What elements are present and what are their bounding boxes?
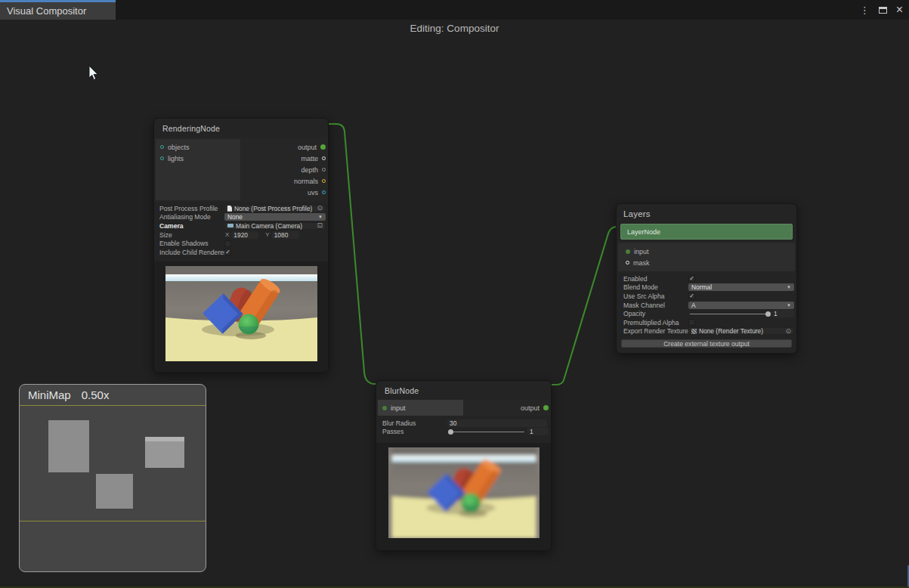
property-label: Camera [158, 222, 224, 230]
property-row-blend-mode: Blend Mode Normal ▼ [622, 283, 794, 292]
blur-radius-input[interactable]: 30 [447, 419, 547, 427]
port-uvs[interactable]: uvs [240, 187, 328, 198]
minimap-viewport[interactable] [20, 406, 206, 521]
opacity-slider[interactable] [688, 311, 771, 317]
port-label: depth [301, 166, 318, 174]
property-row-passes: Passes 1 [381, 428, 549, 437]
minimap-node-blur[interactable] [96, 474, 133, 509]
edge-blur-to-layers[interactable] [546, 227, 624, 385]
maximize-glyph [879, 7, 887, 14]
port-circle-icon [160, 145, 164, 149]
close-icon[interactable]: × [896, 4, 903, 16]
export-render-texture-field[interactable]: None (Render Texture) ⊙ [688, 327, 794, 335]
object-picker-icon[interactable]: ⊙ [785, 328, 791, 335]
blur-preview [388, 447, 540, 538]
layer-item-layernode[interactable]: LayerNode [620, 224, 793, 240]
port-input[interactable]: input [378, 400, 463, 416]
port-circle-icon [160, 156, 164, 160]
port-circle-icon [626, 249, 630, 254]
layers-properties: Enabled ✓ Blend Mode Normal ▼ Use Src Al… [617, 271, 796, 337]
enabled-checkbox[interactable]: ✓ [688, 275, 695, 282]
port-circle-icon [322, 156, 326, 160]
editing-label: Editing: Compositor [0, 23, 909, 34]
minimap-node-rendering[interactable] [48, 420, 89, 472]
render-preview [165, 266, 317, 361]
object-picker-icon[interactable]: ⊙ [317, 205, 323, 212]
property-label: Passes [381, 428, 447, 435]
property-row-post-process: Post Process Profile None (Post Process … [158, 204, 326, 213]
port-output[interactable]: output [240, 141, 328, 153]
maximize-icon[interactable] [879, 5, 887, 15]
node-title: BlurNode [385, 386, 419, 395]
tab-visual-compositor[interactable]: Visual Compositor [0, 0, 116, 20]
antialiasing-dropdown[interactable]: None ▼ [224, 213, 326, 221]
field-value: Main Camera (Camera) [236, 222, 302, 230]
port-input[interactable]: input [626, 246, 795, 257]
passes-value-input[interactable]: 1 [527, 428, 549, 435]
opacity-value-input[interactable]: 1 [771, 310, 794, 317]
use-src-alpha-checkbox[interactable]: ✓ [688, 292, 695, 299]
port-output[interactable]: output [463, 400, 551, 416]
node-header[interactable]: Layers [617, 204, 796, 222]
edge-rendering-to-blur[interactable] [326, 124, 379, 384]
include-child-renderers-checkbox[interactable]: ✓ [224, 249, 231, 255]
property-row-antialiasing: Antialiasing Mode None ▼ [158, 213, 326, 222]
property-row-enabled: Enabled ✓ [622, 274, 794, 283]
create-external-texture-output-button[interactable]: Create external texture output [621, 339, 792, 348]
minimap-node-layers[interactable] [145, 437, 184, 468]
mouse-cursor [88, 65, 100, 82]
camera-field[interactable]: Main Camera (Camera) ⊡ [224, 222, 326, 230]
menu-icon[interactable]: ⋮ [860, 5, 870, 15]
scene-sharp [165, 266, 317, 361]
property-row-blur-radius: Blur Radius 30 [381, 419, 549, 428]
field-value: None (Post Process Profile) [234, 205, 312, 212]
property-row-export-render-texture: Export Render Texture None (Render Textu… [622, 327, 794, 336]
node-blur[interactable]: BlurNode input output Blur Radius 30 Pas… [376, 380, 552, 551]
size-x-input[interactable]: 1920 [231, 231, 258, 239]
slider-handle[interactable] [448, 429, 453, 435]
x-axis-label: X [225, 231, 229, 238]
property-label: Premultiplied Alpha [622, 319, 688, 326]
property-row-use-src-alpha: Use Src Alpha ✓ [622, 292, 794, 301]
port-circle-icon [322, 179, 326, 183]
field-value: None (Render Texture) [699, 327, 763, 335]
port-objects[interactable]: objects [156, 141, 240, 153]
object-picker-icon[interactable]: ⊡ [317, 222, 323, 229]
port-lights[interactable]: lights [156, 153, 240, 164]
port-label: input [634, 248, 649, 255]
blend-mode-dropdown[interactable]: Normal ▼ [688, 283, 794, 291]
property-label: Blend Mode [622, 283, 688, 291]
dropdown-value: Normal [691, 283, 712, 291]
minimap-zoom-level: 0.50x [82, 388, 110, 401]
port-label: input [391, 404, 406, 412]
file-icon [227, 206, 232, 212]
node-layers[interactable]: Layers LayerNode input mask Enabled ✓ Bl… [616, 203, 797, 354]
port-mask[interactable]: mask [626, 257, 795, 268]
slider-track [690, 314, 768, 314]
node-header[interactable]: RenderingNode [154, 119, 328, 138]
mask-channel-dropdown[interactable]: A ▼ [688, 302, 794, 309]
enable-shadows-checkbox[interactable] [224, 240, 231, 247]
node-header[interactable]: BlurNode [376, 381, 551, 400]
rendering-properties: Post Process Profile None (Post Process … [154, 202, 328, 258]
port-circle-icon [320, 144, 326, 150]
slider-handle[interactable] [765, 311, 771, 317]
port-label: normals [294, 178, 318, 185]
property-row-opacity: Opacity 1 [622, 309, 794, 318]
port-matte[interactable]: matte [240, 153, 328, 164]
property-label: Mask Channel [622, 302, 688, 309]
passes-slider[interactable] [447, 429, 527, 435]
node-graph-canvas[interactable]: Editing: Compositor RenderingNode object… [0, 20, 909, 588]
minimap-panel[interactable]: MiniMap 0.50x [19, 384, 206, 572]
port-normals[interactable]: normals [240, 175, 328, 187]
post-process-profile-field[interactable]: None (Post Process Profile) ⊙ [224, 205, 326, 212]
chevron-down-icon: ▼ [787, 285, 791, 289]
port-depth[interactable]: depth [240, 164, 328, 175]
port-label: objects [168, 144, 190, 151]
blur-properties: Blur Radius 30 Passes 1 [376, 416, 551, 438]
port-circle-icon [382, 406, 387, 410]
size-y-input[interactable]: 1080 [272, 231, 299, 239]
premultiplied-alpha-checkbox[interactable] [688, 319, 695, 326]
dropdown-value: A [691, 302, 696, 309]
node-rendering[interactable]: RenderingNode objects lights output [153, 118, 329, 373]
